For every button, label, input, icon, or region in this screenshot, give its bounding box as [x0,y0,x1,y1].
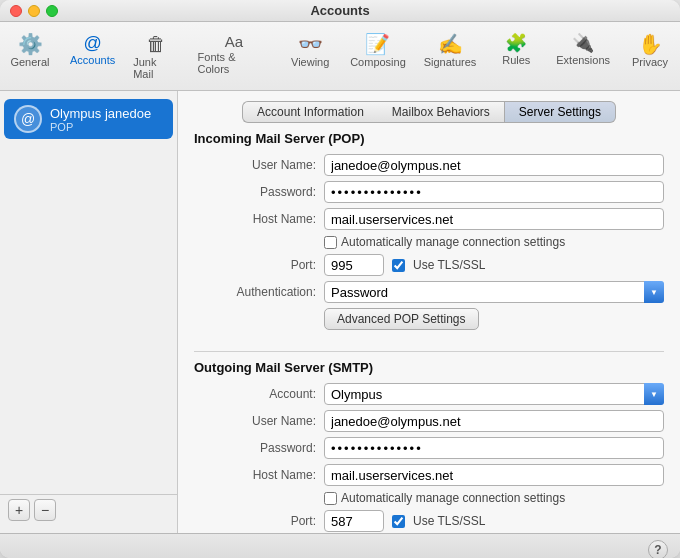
incoming-auth-label: Authentication: [194,285,324,299]
account-type: POP [50,121,163,133]
outgoing-tls-label: Use TLS/SSL [413,514,485,528]
junk-mail-label: Junk Mail [133,56,179,80]
outgoing-section: Outgoing Mail Server (SMTP) Account: Oly… [178,360,680,533]
outgoing-tls-checkbox[interactable] [392,515,405,528]
general-icon: ⚙️ [18,34,43,54]
incoming-password-row: Password: [194,181,664,203]
viewing-label: Viewing [291,56,329,68]
toolbar-item-accounts[interactable]: @ Accounts [62,30,123,84]
outgoing-password-field [324,437,664,459]
incoming-auto-manage-checkbox[interactable] [324,236,337,249]
rules-label: Rules [502,54,530,66]
content-area: Account Information Mailbox Behaviors Se… [178,91,680,533]
toolbar-item-general[interactable]: ⚙️ General [0,30,60,84]
tab-server-settings[interactable]: Server Settings [505,101,616,123]
outgoing-account-row: Account: Olympus [194,383,664,405]
outgoing-port-label: Port: [194,514,324,528]
tab-mailbox-behaviors[interactable]: Mailbox Behaviors [378,101,505,123]
incoming-auto-manage-field: Automatically manage connection settings [324,235,664,249]
close-button[interactable] [10,5,22,17]
outgoing-account-field: Olympus [324,383,664,405]
outgoing-username-input[interactable] [324,410,664,432]
incoming-advanced-row: Advanced POP Settings [194,308,664,330]
outgoing-auto-manage-row: Automatically manage connection settings [194,491,664,505]
incoming-section: Incoming Mail Server (POP) User Name: Pa… [178,131,680,343]
incoming-port-row: Port: Use TLS/SSL [194,254,664,276]
outgoing-hostname-label: Host Name: [194,468,324,482]
sidebar: @ Olympus janedoe POP + − [0,91,178,533]
composing-icon: 📝 [365,34,390,54]
extensions-icon: 🔌 [572,34,594,52]
toolbar-item-rules[interactable]: 🧩 Rules [486,30,546,84]
account-info: Olympus janedoe POP [50,106,163,133]
outgoing-username-row: User Name: [194,410,664,432]
accounts-label: Accounts [70,54,115,66]
toolbar: ⚙️ General @ Accounts 🗑 Junk Mail Aa Fon… [0,22,680,91]
outgoing-hostname-field [324,464,664,486]
incoming-auth-select[interactable]: Password MD5 Challenge-Response NTLM Ker… [324,281,664,303]
incoming-hostname-label: Host Name: [194,212,324,226]
advanced-pop-settings-button[interactable]: Advanced POP Settings [324,308,479,330]
incoming-username-input[interactable] [324,154,664,176]
signatures-icon: ✍️ [438,34,463,54]
toolbar-item-fonts-colors[interactable]: Aa Fonts & Colors [190,30,279,84]
toolbar-item-extensions[interactable]: 🔌 Extensions [548,30,618,84]
window-title: Accounts [310,3,369,18]
account-list-item[interactable]: @ Olympus janedoe POP [4,99,173,139]
section-divider [194,351,664,352]
incoming-auth-row: Authentication: Password MD5 Challenge-R… [194,281,664,303]
toolbar-item-privacy[interactable]: ✋ Privacy [620,30,680,84]
outgoing-port-input[interactable] [324,510,384,532]
incoming-password-input[interactable] [324,181,664,203]
minimize-button[interactable] [28,5,40,17]
composing-label: Composing [350,56,406,68]
outgoing-username-label: User Name: [194,414,324,428]
general-label: General [10,56,49,68]
outgoing-account-label: Account: [194,387,324,401]
outgoing-password-input[interactable] [324,437,664,459]
outgoing-username-field [324,410,664,432]
tab-bar: Account Information Mailbox Behaviors Se… [178,91,680,131]
incoming-port-input[interactable] [324,254,384,276]
toolbar-item-junk-mail[interactable]: 🗑 Junk Mail [125,30,187,84]
incoming-hostname-row: Host Name: [194,208,664,230]
incoming-auth-select-wrapper: Password MD5 Challenge-Response NTLM Ker… [324,281,664,303]
fonts-colors-label: Fonts & Colors [198,51,271,75]
incoming-username-label: User Name: [194,158,324,172]
incoming-section-title: Incoming Mail Server (POP) [194,131,664,146]
help-button[interactable]: ? [648,540,668,559]
signatures-label: Signatures [424,56,477,68]
tab-account-information[interactable]: Account Information [242,101,378,123]
bottom-bar: ? [0,533,680,558]
toolbar-item-composing[interactable]: 📝 Composing [342,30,414,84]
extensions-label: Extensions [556,54,610,66]
outgoing-account-select[interactable]: Olympus [324,383,664,405]
outgoing-port-field: Use TLS/SSL [324,510,664,532]
outgoing-auto-manage-checkbox[interactable] [324,492,337,505]
outgoing-password-row: Password: [194,437,664,459]
incoming-advanced-field: Advanced POP Settings [324,308,664,330]
traffic-lights [10,5,58,17]
main-layout: @ Olympus janedoe POP + − Account Inform… [0,91,680,533]
outgoing-section-title: Outgoing Mail Server (SMTP) [194,360,664,375]
incoming-tls-checkbox[interactable] [392,259,405,272]
incoming-username-field [324,154,664,176]
incoming-auto-manage-row: Automatically manage connection settings [194,235,664,249]
incoming-auto-manage-label: Automatically manage connection settings [341,235,565,249]
outgoing-hostname-input[interactable] [324,464,664,486]
remove-account-button[interactable]: − [34,499,56,521]
toolbar-item-viewing[interactable]: 👓 Viewing [280,30,340,84]
incoming-hostname-input[interactable] [324,208,664,230]
outgoing-account-select-wrapper: Olympus [324,383,664,405]
fonts-colors-icon: Aa [225,34,243,49]
junk-mail-icon: 🗑 [146,34,166,54]
toolbar-item-signatures[interactable]: ✍️ Signatures [416,30,485,84]
add-account-button[interactable]: + [8,499,30,521]
maximize-button[interactable] [46,5,58,17]
rules-icon: 🧩 [505,34,527,52]
privacy-icon: ✋ [638,34,663,54]
outgoing-hostname-row: Host Name: [194,464,664,486]
incoming-username-row: User Name: [194,154,664,176]
incoming-tls-label: Use TLS/SSL [413,258,485,272]
incoming-password-label: Password: [194,185,324,199]
